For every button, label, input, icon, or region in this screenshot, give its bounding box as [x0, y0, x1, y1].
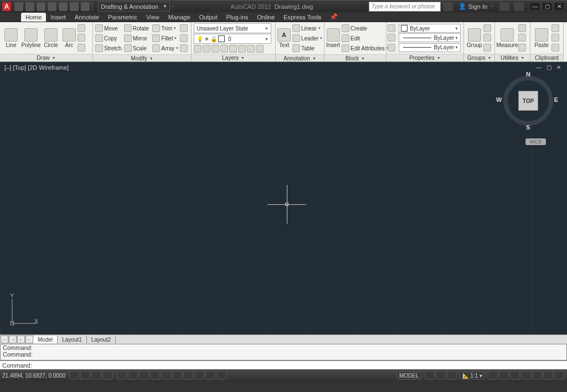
- sb-anno1-icon[interactable]: [488, 371, 498, 380]
- sb-ws-icon[interactable]: [510, 371, 520, 380]
- mirror-button[interactable]: Mirror: [123, 33, 152, 43]
- tab-first-button[interactable]: ⏮: [1, 336, 8, 343]
- sb-lock-icon[interactable]: [521, 371, 531, 380]
- layer-tool-5-icon[interactable]: [229, 45, 237, 53]
- layout1-tab[interactable]: Layout1: [58, 336, 87, 343]
- tab-parametric[interactable]: Parametric: [104, 13, 142, 22]
- paste-button[interactable]: Paste: [532, 23, 551, 53]
- sb-polar-icon[interactable]: [117, 371, 127, 380]
- tab-last-button[interactable]: ⏭: [25, 336, 33, 343]
- qat-save-icon[interactable]: [37, 2, 45, 11]
- sb-ortho-icon[interactable]: [102, 371, 112, 380]
- panel-draw-title[interactable]: Draw▼: [0, 54, 92, 61]
- tab-plugins[interactable]: Plug-ins: [222, 13, 253, 22]
- tab-express[interactable]: Express Tools: [279, 13, 326, 22]
- measure-button[interactable]: Measure: [496, 23, 518, 53]
- tab-focus-icon[interactable]: 📌: [326, 12, 342, 22]
- insert-button[interactable]: Insert: [326, 23, 341, 53]
- sb-sc-icon[interactable]: [217, 371, 226, 380]
- sb-infer-icon[interactable]: [69, 371, 79, 380]
- maximize-button[interactable]: ▢: [542, 2, 553, 11]
- panel-layers-title[interactable]: Layers▼: [192, 54, 275, 61]
- rectangle-icon[interactable]: [78, 24, 85, 32]
- line-button[interactable]: Line: [1, 23, 21, 53]
- sb-iso-icon[interactable]: [543, 371, 553, 380]
- linear-button[interactable]: Linear▾: [291, 23, 323, 33]
- exchange-icon[interactable]: [499, 2, 509, 11]
- app-menu-button[interactable]: A: [2, 2, 11, 11]
- ungroup-icon[interactable]: [483, 24, 491, 32]
- tab-annotate[interactable]: Annotate: [70, 13, 104, 22]
- layer-current-dropdown[interactable]: 💡☀🔓0 ▼: [194, 34, 271, 44]
- viewport-label[interactable]: [–] [Top] [2D Wireframe]: [4, 64, 69, 71]
- explode-icon[interactable]: [180, 34, 188, 42]
- leader-button[interactable]: Leader▾: [291, 33, 323, 43]
- sb-ducs-icon[interactable]: [161, 371, 171, 380]
- fillet-button[interactable]: Fillet▾: [151, 33, 180, 43]
- vp-close-button[interactable]: ✕: [555, 64, 563, 71]
- model-tab[interactable]: Model: [33, 336, 58, 343]
- sb-qp-icon[interactable]: [205, 371, 215, 380]
- tab-manage[interactable]: Manage: [164, 13, 195, 22]
- create-button[interactable]: Create: [341, 23, 390, 33]
- trim-button[interactable]: Trim▾: [151, 23, 180, 33]
- layer-tool-6-icon[interactable]: [238, 45, 246, 53]
- cut-icon[interactable]: [551, 24, 559, 32]
- layer-tool-3-icon[interactable]: [212, 45, 219, 53]
- stretch-button[interactable]: Stretch: [94, 43, 123, 53]
- tab-view[interactable]: View: [142, 13, 164, 22]
- sb-otrack-icon[interactable]: [150, 371, 160, 380]
- sb-dyn-icon[interactable]: [172, 371, 182, 380]
- signin-button[interactable]: 👤 Sign In ▼: [458, 3, 494, 10]
- util-tool-2-icon[interactable]: [518, 34, 526, 42]
- offset-icon[interactable]: [180, 44, 188, 52]
- viewcube[interactable]: N S E W TOP: [501, 73, 556, 128]
- sb-snap-icon[interactable]: [80, 371, 90, 380]
- panel-groups-title[interactable]: Groups▼: [464, 54, 494, 61]
- qat-saveas-icon[interactable]: [48, 2, 56, 11]
- tab-output[interactable]: Output: [195, 13, 222, 22]
- util-tool-3-icon[interactable]: [518, 44, 526, 51]
- help-icon[interactable]: [514, 2, 524, 11]
- sb-grid2-icon[interactable]: [425, 371, 435, 380]
- tab-prev-button[interactable]: ◀: [9, 336, 17, 343]
- sb-lwt-icon[interactable]: [183, 371, 193, 380]
- sb-hw-icon[interactable]: [532, 371, 542, 380]
- array-button[interactable]: Array▾: [151, 43, 180, 53]
- sb-anno2-icon[interactable]: [499, 371, 509, 380]
- layer-tool-8-icon[interactable]: [256, 45, 264, 53]
- minimize-button[interactable]: —: [529, 2, 540, 11]
- match-prop-icon[interactable]: [388, 24, 395, 32]
- vp-minimize-button[interactable]: —: [535, 64, 543, 71]
- viewcube-ring[interactable]: [503, 76, 553, 126]
- group-select-icon[interactable]: [483, 44, 491, 51]
- scale-button[interactable]: Scale: [123, 43, 152, 53]
- workspace-expand-icon[interactable]: ▼: [171, 4, 175, 8]
- linetype-dropdown[interactable]: ByLayer▼: [399, 43, 461, 52]
- workspace-dropdown[interactable]: Drafting & Annotation ▼: [98, 2, 170, 12]
- close-button[interactable]: ✕: [554, 2, 565, 11]
- arc-button[interactable]: Arc: [61, 23, 78, 53]
- anno-scale-dropdown[interactable]: 📐 1:1 ▾: [460, 372, 485, 380]
- tab-insert[interactable]: Insert: [46, 13, 70, 22]
- prop-tool-2-icon[interactable]: [388, 34, 395, 42]
- color-dropdown[interactable]: ByLayer▼: [399, 24, 461, 33]
- move-button[interactable]: Move: [94, 23, 123, 33]
- panel-block-title[interactable]: Block▼: [324, 54, 386, 61]
- copy-clip-icon[interactable]: [551, 34, 559, 42]
- drawing-canvas[interactable]: [–] [Top] [2D Wireframe] — ▢ ✕ // grid l…: [0, 62, 567, 334]
- search-submit-icon[interactable]: [443, 2, 453, 11]
- copy-button[interactable]: Copy: [94, 33, 123, 43]
- circle-button[interactable]: Circle: [41, 23, 61, 53]
- panel-modify-title[interactable]: Modify▼: [93, 54, 191, 61]
- layer-tool-1-icon[interactable]: [194, 45, 202, 53]
- layer-tool-4-icon[interactable]: [220, 45, 228, 53]
- util-tool-1-icon[interactable]: [518, 24, 526, 32]
- list-icon[interactable]: [388, 44, 395, 51]
- tab-home[interactable]: Home: [21, 13, 46, 22]
- sb-quickview2-icon[interactable]: [447, 371, 457, 380]
- qat-new-icon[interactable]: [14, 2, 23, 11]
- group-button[interactable]: Group: [465, 23, 483, 53]
- group-edit-icon[interactable]: [483, 34, 491, 42]
- panel-annotation-title[interactable]: Annotation▼: [276, 54, 324, 61]
